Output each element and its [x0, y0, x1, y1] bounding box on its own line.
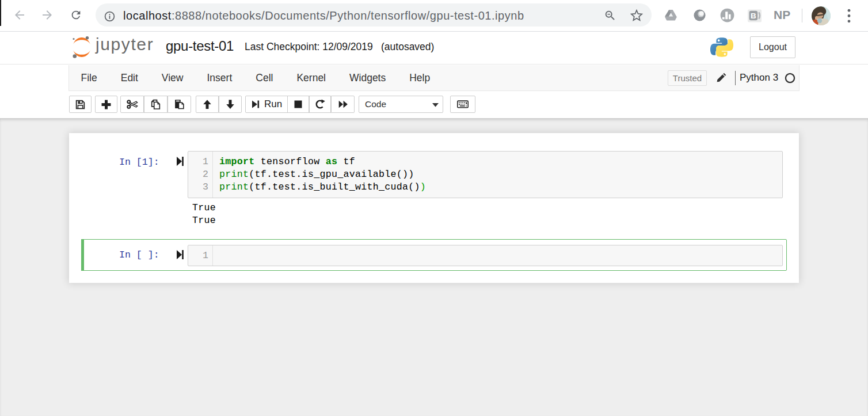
svg-text:B: B: [751, 12, 756, 20]
